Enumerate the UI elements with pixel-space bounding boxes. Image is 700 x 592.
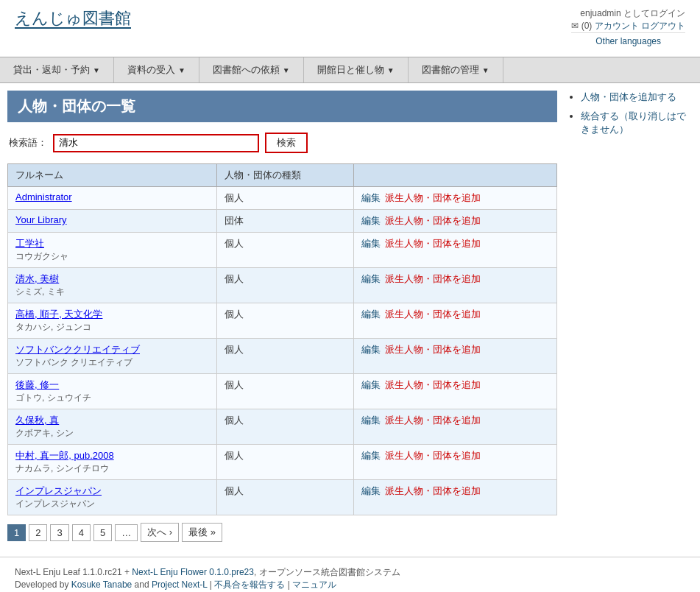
table-row: 高橋, 順子, 天文化学タカハシ, ジュンコ個人編集 派生人物・団体を追加 (8, 303, 557, 339)
logout-link[interactable]: ログアウト (641, 21, 685, 31)
nav-item-requests[interactable]: 図書館への依頼 ▼ (199, 57, 304, 82)
table-row: 工学社コウガクシャ個人編集 派生人物・団体を追加 (8, 233, 557, 268)
footer-line1: Next-L Enju Leaf 1.1.0.rc21 + Next-L Enj… (15, 566, 685, 579)
cell-actions: 編集 派生人物・団体を追加 (354, 374, 557, 409)
add-derived-link[interactable]: 派生人物・団体を追加 (385, 309, 481, 320)
name-link[interactable]: 後藤, 修一 (15, 379, 59, 390)
edit-link[interactable]: 編集 (361, 309, 381, 320)
nav-item-events[interactable]: 開館日と催し物 ▼ (304, 57, 409, 82)
nav-arrow-4: ▼ (482, 66, 489, 74)
table-row: Your Library団体編集 派生人物・団体を追加 (8, 210, 557, 233)
footer-and: and (132, 579, 152, 590)
name-sub: シミズ, ミキ (15, 286, 209, 298)
nav-arrow-2: ▼ (283, 66, 290, 74)
cell-name: インプレスジャパンインプレスジャパン (8, 480, 217, 515)
page-btn-5[interactable]: 5 (93, 524, 112, 541)
sidebar-links: 人物・団体を追加する 統合する（取り消しはできません） (568, 91, 693, 137)
name-link[interactable]: 高橋, 順子, 天文化学 (15, 309, 102, 320)
add-derived-link[interactable]: 派生人物・団体を追加 (385, 485, 481, 496)
edit-link[interactable]: 編集 (361, 450, 381, 461)
report-link[interactable]: 不具合を報告する (214, 579, 285, 590)
table-row: インプレスジャパンインプレスジャパン個人編集 派生人物・団体を追加 (8, 480, 557, 515)
edit-link[interactable]: 編集 (361, 273, 381, 284)
account-link[interactable]: アカウント (595, 21, 639, 31)
login-text: enjuadmin としてログイン (571, 7, 685, 20)
page-btn-4[interactable]: 4 (72, 524, 91, 541)
table-body: Administrator個人編集 派生人物・団体を追加Your Library… (8, 187, 557, 515)
edit-link[interactable]: 編集 (361, 415, 381, 426)
cell-name: 中村, 真一郎, pub.2008ナカムラ, シンイチロウ (8, 445, 217, 480)
site-title-link[interactable]: えんじゅ図書館 (15, 9, 131, 29)
page-btn-1[interactable]: 1 (7, 524, 26, 541)
enju-flower-link[interactable]: Next-L Enju Flower 0.1.0.pre23 (132, 567, 254, 577)
search-label: 検索語： (9, 136, 47, 149)
footer-text-post: , オープンソース統合図書館システム (254, 567, 400, 577)
sidebar-link-add[interactable]: 人物・団体を追加する (581, 91, 676, 102)
sidebar-link-merge[interactable]: 統合する（取り消しはできません） (581, 110, 686, 135)
cell-name: Your Library (8, 210, 217, 233)
kosuke-link[interactable]: Kosuke Tanabe (71, 579, 132, 590)
cell-name: Administrator (8, 187, 217, 210)
add-derived-link[interactable]: 派生人物・団体を追加 (385, 450, 481, 461)
navbar: 貸出・返却・予約 ▼ 資料の受入 ▼ 図書館への依頼 ▼ 開館日と催し物 ▼ 図… (0, 57, 700, 83)
site-title: えんじゅ図書館 (15, 7, 131, 29)
cell-actions: 編集 派生人物・団体を追加 (354, 480, 557, 515)
add-derived-link[interactable]: 派生人物・団体を追加 (385, 344, 481, 355)
page-next[interactable]: 次へ › (141, 523, 179, 542)
name-sub: ソフトバンク クリエイティブ (15, 356, 209, 369)
table-row: 久保秋, 真クボアキ, シン個人編集 派生人物・団体を追加 (8, 409, 557, 445)
footer-developed-by: Developed by (15, 579, 71, 590)
cell-name: 高橋, 順子, 天文化学タカハシ, ジュンコ (8, 303, 217, 339)
table-row: Administrator個人編集 派生人物・団体を追加 (8, 187, 557, 210)
other-languages-link[interactable]: Other languages (595, 36, 661, 46)
user-info: enjuadmin としてログイン ✉ (0) アカウント ログアウト Othe… (571, 7, 685, 49)
name-link[interactable]: 中村, 真一郎, pub.2008 (15, 450, 114, 461)
edit-link[interactable]: 編集 (361, 238, 381, 249)
manual-link[interactable]: マニュアル (292, 579, 336, 590)
mail-icon: ✉ (571, 21, 579, 31)
page-last[interactable]: 最後 » (182, 523, 222, 542)
edit-link[interactable]: 編集 (361, 485, 381, 496)
name-link[interactable]: 清水, 美樹 (15, 273, 59, 284)
nav-item-management[interactable]: 図書館の管理 ▼ (409, 57, 503, 82)
cell-actions: 編集 派生人物・団体を追加 (354, 268, 557, 303)
edit-link[interactable]: 編集 (361, 215, 381, 226)
project-link[interactable]: Project Next-L (152, 579, 208, 590)
message-count: (0) (581, 21, 593, 31)
edit-link[interactable]: 編集 (361, 344, 381, 355)
cell-name: 工学社コウガクシャ (8, 233, 217, 268)
name-link[interactable]: Your Library (15, 214, 67, 225)
name-link[interactable]: ソフトバンククリエイティブ (15, 344, 140, 355)
cell-name: 清水, 美樹シミズ, ミキ (8, 268, 217, 303)
add-derived-link[interactable]: 派生人物・団体を追加 (385, 379, 481, 390)
search-input[interactable] (53, 134, 259, 152)
add-derived-link[interactable]: 派生人物・団体を追加 (385, 415, 481, 426)
search-button[interactable]: 検索 (265, 133, 308, 153)
nav-item-checkout[interactable]: 貸出・返却・予約 ▼ (0, 57, 114, 82)
cell-actions: 編集 派生人物・団体を追加 (354, 445, 557, 480)
nav-arrow-0: ▼ (93, 66, 100, 74)
name-link[interactable]: 工学社 (15, 238, 44, 249)
table-row: 中村, 真一郎, pub.2008ナカムラ, シンイチロウ個人編集 派生人物・団… (8, 445, 557, 480)
name-link[interactable]: 久保秋, 真 (15, 415, 59, 426)
footer: Next-L Enju Leaf 1.1.0.rc21 + Next-L Enj… (0, 557, 700, 592)
page-btn-3[interactable]: 3 (50, 524, 68, 541)
name-link[interactable]: Administrator (15, 191, 72, 202)
cell-type: 個人 (216, 480, 354, 515)
add-derived-link[interactable]: 派生人物・団体を追加 (385, 238, 481, 249)
cell-actions: 編集 派生人物・団体を追加 (354, 409, 557, 445)
nav-item-acquisition[interactable]: 資料の受入 ▼ (114, 57, 199, 82)
cell-type: 個人 (216, 233, 354, 268)
footer-text-pre: Next-L Enju Leaf 1.1.0.rc21 + (15, 567, 132, 577)
add-derived-link[interactable]: 派生人物・団体を追加 (385, 273, 481, 284)
add-derived-link[interactable]: 派生人物・団体を追加 (385, 192, 481, 203)
cell-actions: 編集 派生人物・団体を追加 (354, 339, 557, 374)
cell-actions: 編集 派生人物・団体を追加 (354, 187, 557, 210)
cell-name: 後藤, 修一ゴトウ, シュウイチ (8, 374, 217, 409)
edit-link[interactable]: 編集 (361, 192, 381, 203)
edit-link[interactable]: 編集 (361, 379, 381, 390)
page-btn-2[interactable]: 2 (29, 524, 47, 541)
add-derived-link[interactable]: 派生人物・団体を追加 (385, 215, 481, 226)
name-link[interactable]: インプレスジャパン (15, 485, 102, 496)
persons-table: フルネーム 人物・団体の種類 Administrator個人編集 派生人物・団体… (7, 163, 557, 515)
